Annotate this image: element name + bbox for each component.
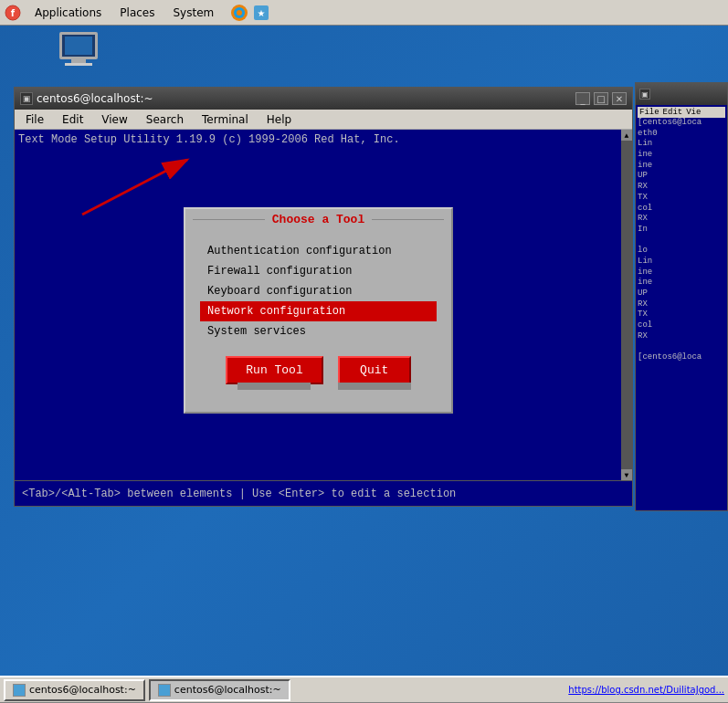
taskbar-btn1[interactable]: centos6@localhost:~	[4, 679, 145, 701]
terminal-title-buttons: _ □ ✕	[575, 92, 627, 105]
menu-file[interactable]: File	[18, 111, 51, 128]
background-terminal: ▣ File Edit Vie [centos6@loca eth0 Lin i…	[635, 82, 728, 511]
tool-item-auth[interactable]: Authentication configuration	[200, 241, 437, 261]
status-text: <Tab>/<Alt-Tab> between elements | Use <…	[22, 488, 456, 500]
main-terminal: ▣ centos6@localhost:~ _ □ ✕ File Edit Vi…	[14, 87, 633, 507]
topbar-system[interactable]: System	[167, 5, 219, 21]
terminal-statusbar: <Tab>/<Alt-Tab> between elements | Use <…	[15, 480, 632, 506]
bg-term-icon: ▣	[639, 89, 650, 100]
desktop-monitor-icon[interactable]	[59, 32, 98, 66]
bg-terminal-menubar: File Edit Vie	[638, 107, 725, 118]
maximize-button[interactable]: □	[594, 92, 608, 105]
taskbar-label2: centos6@localhost:~	[174, 684, 281, 696]
topbar-places[interactable]: Places	[114, 5, 160, 21]
bg-menu-view[interactable]: Vie	[686, 108, 701, 117]
scroll-down[interactable]: ▼	[621, 469, 632, 480]
scrollbar[interactable]: ▲ ▼	[621, 130, 632, 480]
terminal-icon: ▣	[20, 92, 33, 105]
bg-menu-file[interactable]: File	[639, 108, 659, 117]
scroll-up[interactable]: ▲	[621, 130, 632, 141]
terminal-content: Text Mode Setup Utility 1.19.9 (c) 1999-…	[15, 130, 632, 480]
taskbar-label1: centos6@localhost:~	[29, 684, 136, 696]
taskbar-icon1	[13, 684, 26, 697]
topbar-applications[interactable]: Applications	[29, 5, 107, 21]
terminal-titlebar: ▣ centos6@localhost:~ _ □ ✕	[15, 88, 632, 110]
taskbar-icon2	[158, 684, 171, 697]
app-icon[interactable]: ★	[252, 4, 270, 22]
tool-item-services[interactable]: System services	[200, 321, 437, 341]
tool-item-keyboard[interactable]: Keyboard configuration	[200, 281, 437, 301]
taskbar-status[interactable]: https://blog.csdn.net/DuilitaJgod...	[568, 685, 724, 695]
distro-logo: f	[4, 4, 22, 22]
svg-point-4	[237, 10, 242, 16]
bg-terminal-content: File Edit Vie [centos6@loca eth0 Lin ine…	[636, 105, 727, 510]
desktop: f Applications Places System ★	[0, 0, 728, 703]
menu-edit[interactable]: Edit	[55, 111, 90, 128]
quit-button[interactable]: Quit	[338, 356, 411, 384]
header-left: Text Mode Setup Utility 1.19.9 (c) 1999-…	[18, 133, 400, 146]
firefox-icon[interactable]	[230, 4, 248, 22]
svg-text:★: ★	[258, 8, 266, 18]
dialog-titlebar: Choose a Tool	[185, 209, 451, 230]
tool-list: Authentication configuration Firewall co…	[200, 241, 437, 341]
topbar-icons: ★	[230, 4, 270, 22]
taskbar: centos6@localhost:~ centos6@localhost:~ …	[0, 676, 728, 703]
svg-text:f: f	[11, 8, 16, 18]
run-tool-shadow	[237, 383, 311, 390]
choose-tool-dialog: Choose a Tool Authentication configurati…	[184, 207, 453, 414]
dialog-title: Choose a Tool	[265, 213, 372, 226]
dialog-body: Authentication configuration Firewall co…	[185, 230, 451, 412]
menu-view[interactable]: View	[94, 111, 134, 128]
close-button[interactable]: ✕	[612, 92, 627, 105]
title-line-left	[193, 219, 265, 220]
terminal-header-line: Text Mode Setup Utility 1.19.9 (c) 1999-…	[18, 133, 628, 146]
menu-terminal[interactable]: Terminal	[195, 111, 256, 128]
bg-menu-edit[interactable]: Edit	[663, 108, 683, 117]
title-line-right	[372, 219, 444, 220]
top-menubar: f Applications Places System ★	[0, 0, 728, 26]
dialog-buttons: Run Tool Quit	[200, 356, 437, 401]
taskbar-btn2[interactable]: centos6@localhost:~	[149, 679, 290, 701]
run-tool-wrapper: Run Tool	[226, 356, 322, 390]
run-tool-button[interactable]: Run Tool	[226, 356, 322, 384]
menu-search[interactable]: Search	[139, 111, 191, 128]
bg-terminal-titlebar: ▣	[636, 83, 727, 105]
minimize-button[interactable]: _	[575, 92, 590, 105]
tool-item-network[interactable]: Network configuration	[200, 301, 437, 321]
quit-shadow	[338, 383, 411, 390]
terminal-title-text: centos6@localhost:~	[37, 92, 153, 105]
menu-help[interactable]: Help	[259, 111, 299, 128]
bg-term-lines: [centos6@loca eth0 Lin ine ine UP RX TX …	[638, 118, 725, 363]
terminal-menubar: File Edit View Search Terminal Help	[15, 110, 632, 130]
quit-wrapper: Quit	[338, 356, 411, 390]
terminal-title-left: ▣ centos6@localhost:~	[20, 92, 153, 105]
tool-item-firewall[interactable]: Firewall configuration	[200, 261, 437, 281]
